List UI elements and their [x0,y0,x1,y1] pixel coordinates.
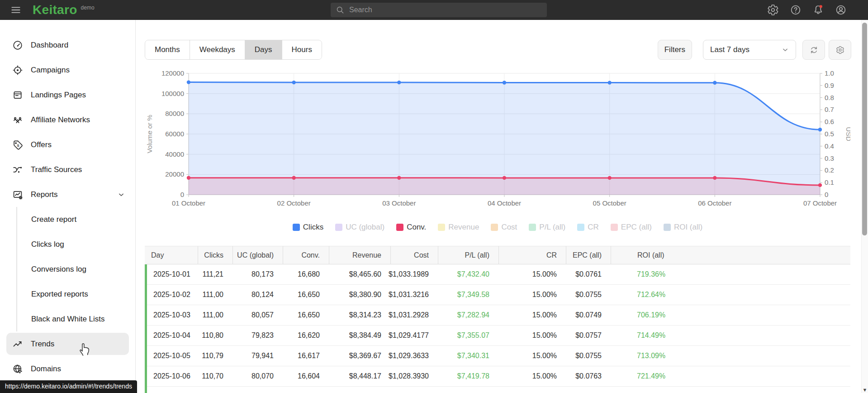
brand-logo[interactable]: Keitaro demo [33,2,95,18]
cell-cost: $1,031.3216 [389,291,438,299]
filters-button[interactable]: Filters [658,40,692,60]
sidebar-item-trends[interactable]: Trends [6,333,129,355]
trends-icon [12,339,23,350]
chart-legend: Clicks UC (global) Conv. Revenue Cost P/… [145,223,850,232]
table-row[interactable]: 2025-10-02111,0080,12416,650$8,380.90$1,… [147,285,850,305]
account-button[interactable] [835,4,847,16]
legend-label: P/L (all) [539,223,565,232]
column-header-uc-global[interactable]: UC (global) [232,246,283,264]
sidebar-item-dashboard[interactable]: Dashboard [0,33,135,58]
column-header-p-l-all[interactable]: P/L (all) [438,246,498,264]
cell-epc-all: $0.0749 [575,311,611,319]
gear-icon [767,4,779,16]
tab-hours[interactable]: Hours [282,40,322,59]
svg-text:01 October: 01 October [172,199,205,207]
tab-days[interactable]: Days [245,40,282,59]
legend-item-cr[interactable]: CR [577,223,599,232]
legend-item-p-l-all[interactable]: P/L (all) [529,223,565,232]
sidebar-item-traffic-sources[interactable]: Traffic Sources [0,157,135,182]
column-header-clicks[interactable]: Clicks [198,246,232,264]
table-header: DayClicksUC (global)Conv.RevenueCostP/L … [145,246,850,264]
sidebar-item-create-report[interactable]: Create report [17,207,135,232]
cell-day: 2025-10-01 [147,270,198,278]
cell-uc-global: 79,823 [251,331,283,340]
tab-weekdays[interactable]: Weekdays [190,40,245,59]
table-row[interactable]: 2025-10-0764,4044,4579,443$4,803.04$587.… [147,387,850,393]
legend-swatch [293,224,300,231]
search-icon-holder [336,5,345,14]
scrollbar-thumb[interactable] [862,23,867,235]
table-row[interactable]: 2025-10-04110,8079,82316,620$8,384.49$1,… [147,326,850,346]
brand-badge: demo [81,5,95,11]
cell-uc-global: 80,173 [251,270,283,278]
sidebar-item-affiliate-networks[interactable]: Affiliate Networks [0,107,135,132]
help-button[interactable] [790,4,802,16]
cell-uc-global: 80,124 [251,291,283,299]
legend-item-roi-all[interactable]: ROI (all) [664,223,702,232]
dashboard-icon [12,40,23,51]
legend-item-revenue[interactable]: Revenue [438,223,479,232]
notifications-button[interactable] [812,4,824,16]
legend-swatch [529,224,536,231]
cell-uc-global: 80,070 [251,372,283,380]
menu-toggle[interactable] [10,4,22,16]
svg-text:0.9: 0.9 [825,81,834,89]
sidebar-item-domains[interactable]: Domains [0,356,135,381]
sidebar-item-campaigns[interactable]: Campaigns [0,58,135,82]
global-search[interactable] [331,3,547,17]
cell-cost: $1,029.3633 [389,352,438,360]
svg-text:100000: 100000 [161,90,184,97]
trends-chart-area: 02000040000600008000010000012000001 Octo… [145,68,850,220]
refresh-button[interactable] [802,40,825,60]
legend-item-uc-global[interactable]: UC (global) [335,223,384,232]
cell-roi-all: 719.36% [611,270,665,278]
legend-item-cost[interactable]: Cost [491,223,517,232]
cell-p-l-all: $7,432.40 [457,270,498,278]
table-row[interactable]: 2025-10-06110,7080,07016,604$8,448.17$1,… [147,366,850,387]
cell-clicks: 111,21 [202,270,232,278]
column-header-cr[interactable]: CR [498,246,566,264]
legend-item-conv[interactable]: Conv. [396,223,426,232]
column-header-cost[interactable]: Cost [390,246,438,264]
sidebar-item-exported-reports[interactable]: Exported reports [17,282,135,307]
sidebar-item-offers[interactable]: S Offers [0,132,135,157]
date-range-select[interactable]: Last 7 days [703,40,796,60]
chevron-down-icon [116,190,126,200]
cell-cr: 15.00% [532,270,566,278]
gear-icon [836,46,844,54]
sidebar-item-landings-pages[interactable]: Landings Pages [0,82,135,107]
column-header-conv[interactable]: Conv. [283,246,329,264]
cell-epc-all: $0.0757 [575,331,611,340]
scrollbar-down-arrow[interactable]: ▼ [862,387,868,393]
legend-swatch [611,224,618,231]
sidebar-item-clicks-log[interactable]: Clicks log [17,232,135,257]
table-row[interactable]: 2025-10-05110,7979,94116,617$8,369.67$1,… [147,346,850,366]
view-tabs: MonthsWeekdaysDaysHours [145,40,322,60]
page-scrollbar[interactable]: ▼ [861,20,868,393]
legend-label: Conv. [407,223,426,232]
chart-settings-button[interactable] [829,40,851,60]
svg-text:0: 0 [180,191,184,198]
sidebar-item-black-and-white-lists[interactable]: Black and White Lists [17,307,135,331]
column-header-epc-all[interactable]: EPC (all) [566,246,611,264]
cell-day: 2025-10-04 [147,331,198,340]
svg-text:05 October: 05 October [593,199,626,207]
cell-clicks: 110,79 [202,352,232,360]
column-header-revenue[interactable]: Revenue [329,246,390,264]
table-row[interactable]: 2025-10-01111,2180,17316,680$8,465.60$1,… [147,264,850,285]
legend-item-clicks[interactable]: Clicks [293,223,323,232]
trends-table: DayClicksUC (global)Conv.RevenueCostP/L … [145,246,850,393]
column-header-day[interactable]: Day [145,246,198,264]
sidebar-item-conversions-log[interactable]: Conversions log [17,257,135,282]
column-header-roi-all[interactable]: ROI (all) [611,246,664,264]
cell-revenue: $8,465.60 [349,270,390,278]
bell-icon [812,4,824,16]
search-input[interactable] [349,6,542,14]
sidebar-item-reports[interactable]: Reports [0,182,135,207]
cell-cr: 15.00% [532,372,566,380]
legend-item-epc-all[interactable]: EPC (all) [611,223,652,232]
settings-button[interactable] [767,4,779,16]
svg-text:0.7: 0.7 [825,105,834,113]
table-row[interactable]: 2025-10-03111,0080,05716,650$8,314.23$1,… [147,305,850,326]
tab-months[interactable]: Months [145,40,190,59]
